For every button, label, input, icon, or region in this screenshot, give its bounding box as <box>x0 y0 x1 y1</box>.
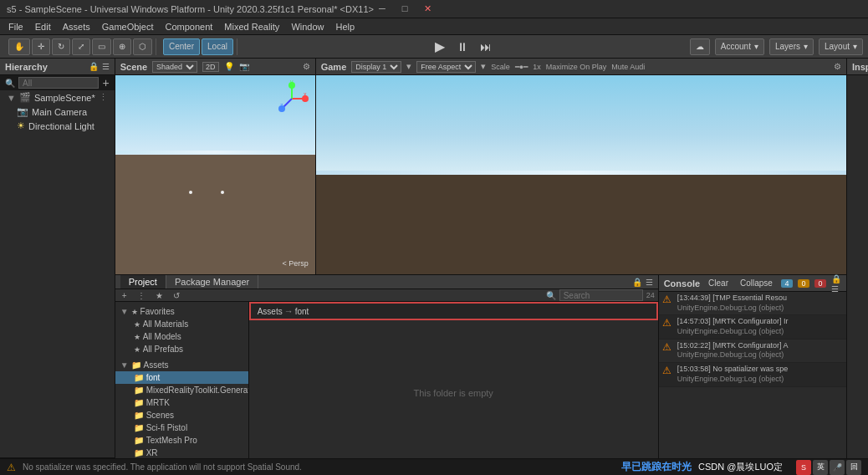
hierarchy-panel: Hierarchy 🔒 ☰ 🔍 + ▼ 🎬 SampleScene* ⋮ 📷 M… <box>0 59 115 458</box>
all-models-item[interactable]: ★ All Models <box>115 330 248 343</box>
textmesh-item[interactable]: 📁 TextMesh Pro <box>115 434 248 447</box>
package-manager-tab[interactable]: Package Manager <box>166 275 258 289</box>
menu-help[interactable]: Help <box>331 21 360 33</box>
project-search-input[interactable] <box>559 289 643 301</box>
layers-dropdown[interactable]: Layers ▾ <box>769 38 814 55</box>
scenes-icon: 📁 <box>134 411 144 420</box>
close-button[interactable]: ✕ <box>419 3 437 14</box>
tool-combined[interactable]: ⊕ <box>113 38 131 55</box>
taskbar-icon-3[interactable]: 🎤 <box>830 460 845 475</box>
tool-rotate[interactable]: ↻ <box>52 38 70 55</box>
tool-hand[interactable]: ✋ <box>8 38 30 55</box>
favorite-star-icon[interactable]: ★ <box>152 290 166 301</box>
game-panel-header: Game Display 1 ▾ Free Aspect ▾ Scale ━●━… <box>316 59 846 75</box>
scifi-icon: 📁 <box>134 423 144 432</box>
add-btn[interactable]: + <box>119 290 130 301</box>
console-entry-1[interactable]: ⚠ [13:44:39] [TMP Essential Resou UnityE… <box>659 292 846 315</box>
tool-scale[interactable]: ⤢ <box>72 38 90 55</box>
menu-component[interactable]: Component <box>160 21 217 33</box>
inspector-panel: Inspector 🔒 ☰ <box>846 59 868 458</box>
bottom-row: Project Package Manager 🔒 ☰ + ⋮ ★ ↺ 🔍 <box>115 274 846 458</box>
more-btn[interactable]: ⋮ <box>134 290 149 301</box>
project-body: ▼ ★ Favorites ★ All Materials ★ All Mode… <box>115 302 658 475</box>
aspect-select[interactable]: Free Aspect <box>416 61 476 73</box>
step-button[interactable]: ⏭ <box>477 40 495 54</box>
window-controls[interactable]: ─ □ ✕ <box>374 3 437 14</box>
project-menu-icon[interactable]: ☰ <box>646 278 653 287</box>
textmesh-icon: 📁 <box>134 436 144 445</box>
hierarchy-light-label: Directional Light <box>28 121 94 131</box>
maximize-button[interactable]: □ <box>397 3 413 14</box>
favorites-star-icon: ★ <box>131 308 138 316</box>
hierarchy-menu-dots[interactable]: ⋮ <box>99 92 108 103</box>
menu-edit[interactable]: Edit <box>30 21 56 33</box>
play-button[interactable]: ▶ <box>431 38 448 54</box>
mrtk-icon: 📁 <box>134 398 144 407</box>
all-prefabs-star: ★ <box>134 345 140 354</box>
all-materials-item[interactable]: ★ All Materials <box>115 318 248 330</box>
console-error-badge: 0 <box>814 279 826 288</box>
menu-window[interactable]: Window <box>286 21 329 33</box>
hierarchy-title: Hierarchy <box>5 62 48 72</box>
menu-gameobject[interactable]: GameObject <box>97 21 159 33</box>
hierarchy-menu-icon[interactable]: ☰ <box>102 62 110 71</box>
layout-dropdown[interactable]: Layout ▾ <box>819 38 863 55</box>
console-lock-icon[interactable]: 🔒 <box>831 274 841 283</box>
hierarchy-item-scene[interactable]: ▼ 🎬 SampleScene* ⋮ <box>0 90 115 105</box>
taskbar-icon-4[interactable]: 回 <box>846 460 861 475</box>
assets-header[interactable]: ▼ 📁 Assets <box>115 359 248 371</box>
project-lock-icon[interactable]: 🔒 <box>632 278 642 287</box>
xr-item[interactable]: 📁 XR <box>115 447 248 459</box>
account-dropdown[interactable]: Account ▾ <box>715 38 764 55</box>
pause-button[interactable]: ⏸ <box>453 40 472 54</box>
hierarchy-search-input[interactable] <box>18 77 99 89</box>
game-settings-icon[interactable]: ⚙ <box>834 62 841 71</box>
sync-icon[interactable]: ↺ <box>170 290 183 301</box>
empty-folder-message: This folder is empty <box>413 388 493 398</box>
console-entry-4[interactable]: ⚠ [15:03:58] No spatializer was spe Unit… <box>659 363 846 386</box>
project-toolbar: + ⋮ ★ ↺ 🔍 24 <box>115 289 658 302</box>
favorites-header[interactable]: ▼ ★ Favorites <box>115 305 248 318</box>
csdn-text: CSDN @晨埃LUO定 <box>698 461 783 473</box>
tool-move[interactable]: ✛ <box>32 38 50 55</box>
menu-mixedreality[interactable]: Mixed Reality <box>219 21 284 33</box>
scene-mode-select[interactable]: Shaded <box>152 61 197 73</box>
hierarchy-item-camera[interactable]: 📷 Main Camera <box>0 105 115 119</box>
display-select[interactable]: Display 1 <box>351 61 401 73</box>
scale-label: Scale <box>491 63 510 71</box>
tool-custom[interactable]: ⬡ <box>133 38 152 55</box>
taskbar-icon-1[interactable]: S <box>796 460 811 475</box>
scene-settings-icon[interactable]: ⚙ <box>303 62 310 71</box>
console-text-1: [13:44:39] [TMP Essential Resou UnityEng… <box>677 294 787 313</box>
hierarchy-item-light[interactable]: ☀ Directional Light <box>0 119 115 133</box>
mrtk-item[interactable]: 📁 MRTK <box>115 396 248 409</box>
tool-rect[interactable]: ▭ <box>92 38 111 55</box>
menu-file[interactable]: File <box>3 21 28 33</box>
hierarchy-add-btn[interactable]: + <box>102 76 109 89</box>
menu-assets[interactable]: Assets <box>58 21 95 33</box>
center-btn[interactable]: Center <box>163 38 200 55</box>
scene-cam-icon: 📷 <box>239 62 249 71</box>
collab-btn[interactable]: ☁ <box>690 38 710 55</box>
scifi-pistol-item[interactable]: 📁 Sci-fi Pistol <box>115 421 248 434</box>
scenes-item[interactable]: 📁 Scenes <box>115 409 248 421</box>
console-warn-badge: 0 <box>798 279 809 288</box>
console-collapse-btn[interactable]: Collapse <box>737 278 776 289</box>
scene-2d-btn[interactable]: 2D <box>202 62 219 72</box>
console-clear-btn[interactable]: Clear <box>705 278 732 289</box>
console-entry-3[interactable]: ⚠ [15:02:22] [MRTK Configurator] A Unity… <box>659 340 846 363</box>
scifi-label: Sci-fi Pistol <box>146 423 187 432</box>
mute-btn[interactable]: Mute Audi <box>611 63 645 71</box>
font-folder-item[interactable]: 📁 font <box>115 371 248 384</box>
maximize-on-play-btn[interactable]: Maximize On Play <box>546 63 607 71</box>
minimize-button[interactable]: ─ <box>374 3 391 14</box>
project-tab[interactable]: Project <box>120 275 166 289</box>
console-entry-2[interactable]: ⚠ [14:57:03] [MRTK Configurator] Ir Unit… <box>659 315 846 339</box>
hierarchy-lock-icon[interactable]: 🔒 <box>89 62 99 71</box>
all-prefabs-item[interactable]: ★ All Prefabs <box>115 343 248 355</box>
taskbar-icon-2[interactable]: 英 <box>813 460 828 475</box>
mrtk-generated-item[interactable]: 📁 MixedRealityToolkit.Generated <box>115 384 248 396</box>
scale-slider[interactable]: ━●━ <box>515 63 528 71</box>
local-btn[interactable]: Local <box>202 38 233 55</box>
font-label: font <box>146 373 161 382</box>
